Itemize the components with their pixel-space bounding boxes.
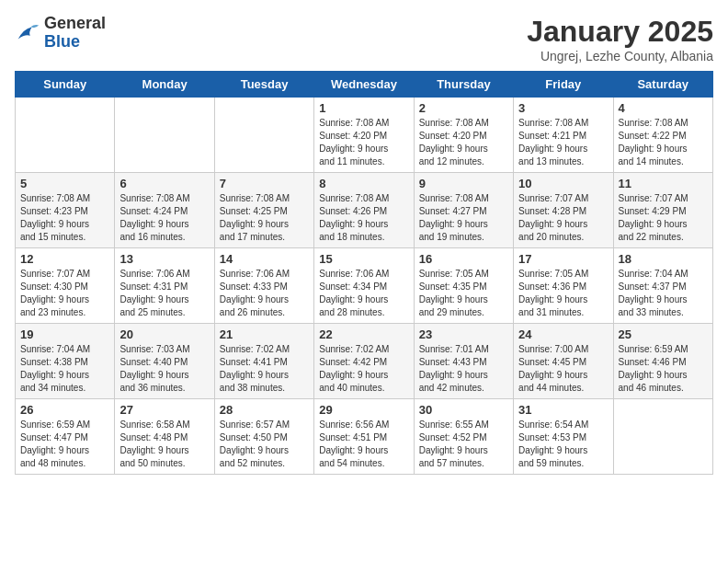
calendar-week-row: 26Sunrise: 6:59 AMSunset: 4:47 PMDayligh… — [16, 399, 713, 475]
logo: General Blue — [15, 15, 106, 52]
day-info: Sunrise: 7:06 AMSunset: 4:31 PMDaylight:… — [119, 268, 209, 319]
day-of-week-header: Friday — [514, 72, 613, 98]
day-number: 18 — [619, 252, 708, 266]
day-number: 27 — [119, 403, 209, 417]
day-of-week-header: Tuesday — [214, 72, 313, 98]
day-number: 11 — [619, 177, 708, 190]
day-of-week-header: Monday — [115, 72, 214, 98]
calendar-week-row: 12Sunrise: 7:07 AMSunset: 4:30 PMDayligh… — [16, 248, 713, 324]
day-number: 28 — [220, 403, 309, 417]
day-number: 21 — [220, 327, 309, 341]
day-number: 14 — [220, 252, 309, 266]
calendar-cell: 2Sunrise: 7:08 AMSunset: 4:20 PMDaylight… — [414, 98, 513, 173]
day-info: Sunrise: 6:57 AMSunset: 4:50 PMDaylight:… — [220, 419, 309, 470]
day-info: Sunrise: 7:02 AMSunset: 4:41 PMDaylight:… — [220, 343, 309, 395]
day-info: Sunrise: 6:58 AMSunset: 4:48 PMDaylight:… — [119, 419, 209, 470]
day-info: Sunrise: 7:03 AMSunset: 4:40 PMDaylight:… — [119, 343, 209, 395]
calendar-cell: 25Sunrise: 6:59 AMSunset: 4:46 PMDayligh… — [613, 324, 712, 399]
day-number: 20 — [119, 327, 209, 341]
day-info: Sunrise: 7:08 AMSunset: 4:25 PMDaylight:… — [220, 192, 309, 244]
day-number: 26 — [20, 403, 109, 417]
calendar-cell — [214, 98, 313, 173]
day-info: Sunrise: 7:07 AMSunset: 4:30 PMDaylight:… — [20, 268, 109, 319]
location-subtitle: Ungrej, Lezhe County, Albania — [527, 49, 713, 63]
day-number: 16 — [419, 252, 508, 266]
day-of-week-header: Wednesday — [314, 72, 414, 98]
day-number: 1 — [319, 101, 408, 115]
day-info: Sunrise: 7:08 AMSunset: 4:26 PMDaylight:… — [319, 192, 408, 244]
calendar-cell: 4Sunrise: 7:08 AMSunset: 4:22 PMDaylight… — [613, 98, 712, 173]
day-number: 7 — [220, 177, 309, 190]
calendar-cell — [16, 98, 115, 173]
day-number: 13 — [119, 252, 209, 266]
day-info: Sunrise: 7:08 AMSunset: 4:21 PMDaylight:… — [518, 117, 608, 168]
day-of-week-header: Sunday — [16, 72, 115, 98]
day-info: Sunrise: 6:56 AMSunset: 4:51 PMDaylight:… — [319, 419, 408, 470]
day-info: Sunrise: 7:08 AMSunset: 4:20 PMDaylight:… — [319, 117, 408, 168]
page-header: General Blue January 2025 Ungrej, Lezhe … — [15, 15, 713, 63]
day-number: 24 — [518, 327, 608, 341]
day-number: 31 — [518, 403, 608, 417]
calendar-cell: 17Sunrise: 7:05 AMSunset: 4:36 PMDayligh… — [514, 248, 613, 324]
calendar-cell: 8Sunrise: 7:08 AMSunset: 4:26 PMDaylight… — [314, 173, 414, 248]
calendar-cell: 6Sunrise: 7:08 AMSunset: 4:24 PMDaylight… — [115, 173, 214, 248]
day-info: Sunrise: 7:04 AMSunset: 4:37 PMDaylight:… — [619, 268, 708, 319]
calendar-cell: 7Sunrise: 7:08 AMSunset: 4:25 PMDaylight… — [214, 173, 313, 248]
calendar-week-row: 5Sunrise: 7:08 AMSunset: 4:23 PMDaylight… — [16, 173, 713, 248]
day-number: 3 — [518, 101, 608, 115]
day-info: Sunrise: 7:07 AMSunset: 4:29 PMDaylight:… — [619, 192, 708, 244]
day-number: 25 — [619, 327, 708, 341]
day-number: 9 — [419, 177, 508, 190]
calendar-cell: 22Sunrise: 7:02 AMSunset: 4:42 PMDayligh… — [314, 324, 414, 399]
calendar-cell: 24Sunrise: 7:00 AMSunset: 4:45 PMDayligh… — [514, 324, 613, 399]
day-info: Sunrise: 7:05 AMSunset: 4:35 PMDaylight:… — [419, 268, 508, 319]
day-number: 12 — [20, 252, 109, 266]
day-number: 8 — [319, 177, 408, 190]
calendar-cell — [613, 399, 712, 475]
calendar-cell: 13Sunrise: 7:06 AMSunset: 4:31 PMDayligh… — [115, 248, 214, 324]
day-of-week-header: Thursday — [414, 72, 513, 98]
calendar-cell: 26Sunrise: 6:59 AMSunset: 4:47 PMDayligh… — [16, 399, 115, 475]
calendar-cell: 16Sunrise: 7:05 AMSunset: 4:35 PMDayligh… — [414, 248, 513, 324]
logo-icon — [15, 20, 40, 46]
day-number: 22 — [319, 327, 408, 341]
day-number: 15 — [319, 252, 408, 266]
calendar-cell: 21Sunrise: 7:02 AMSunset: 4:41 PMDayligh… — [214, 324, 313, 399]
day-number: 29 — [319, 403, 408, 417]
day-number: 6 — [119, 177, 209, 190]
day-info: Sunrise: 7:08 AMSunset: 4:27 PMDaylight:… — [419, 192, 508, 244]
day-number: 5 — [20, 177, 109, 190]
calendar-cell: 3Sunrise: 7:08 AMSunset: 4:21 PMDaylight… — [514, 98, 613, 173]
calendar-cell: 14Sunrise: 7:06 AMSunset: 4:33 PMDayligh… — [214, 248, 313, 324]
day-info: Sunrise: 7:01 AMSunset: 4:43 PMDaylight:… — [419, 343, 508, 395]
day-number: 30 — [419, 403, 508, 417]
calendar-cell: 9Sunrise: 7:08 AMSunset: 4:27 PMDaylight… — [414, 173, 513, 248]
calendar-cell — [115, 98, 214, 173]
day-info: Sunrise: 7:08 AMSunset: 4:22 PMDaylight:… — [619, 117, 708, 168]
calendar-cell: 29Sunrise: 6:56 AMSunset: 4:51 PMDayligh… — [314, 399, 414, 475]
day-number: 19 — [20, 327, 109, 341]
day-info: Sunrise: 6:55 AMSunset: 4:52 PMDaylight:… — [419, 419, 508, 470]
calendar-cell: 19Sunrise: 7:04 AMSunset: 4:38 PMDayligh… — [16, 324, 115, 399]
day-info: Sunrise: 6:59 AMSunset: 4:46 PMDaylight:… — [619, 343, 708, 395]
calendar-week-row: 19Sunrise: 7:04 AMSunset: 4:38 PMDayligh… — [16, 324, 713, 399]
calendar-cell: 23Sunrise: 7:01 AMSunset: 4:43 PMDayligh… — [414, 324, 513, 399]
calendar-cell: 5Sunrise: 7:08 AMSunset: 4:23 PMDaylight… — [16, 173, 115, 248]
calendar-cell: 18Sunrise: 7:04 AMSunset: 4:37 PMDayligh… — [613, 248, 712, 324]
calendar-cell: 10Sunrise: 7:07 AMSunset: 4:28 PMDayligh… — [514, 173, 613, 248]
day-number: 2 — [419, 101, 508, 115]
day-number: 4 — [619, 101, 708, 115]
day-info: Sunrise: 7:08 AMSunset: 4:23 PMDaylight:… — [20, 192, 109, 244]
day-number: 10 — [518, 177, 608, 190]
day-info: Sunrise: 7:08 AMSunset: 4:20 PMDaylight:… — [419, 117, 508, 168]
logo-general-text: General — [44, 14, 106, 32]
calendar-cell: 11Sunrise: 7:07 AMSunset: 4:29 PMDayligh… — [613, 173, 712, 248]
calendar-cell: 1Sunrise: 7:08 AMSunset: 4:20 PMDaylight… — [314, 98, 414, 173]
day-info: Sunrise: 7:02 AMSunset: 4:42 PMDaylight:… — [319, 343, 408, 395]
calendar-cell: 30Sunrise: 6:55 AMSunset: 4:52 PMDayligh… — [414, 399, 513, 475]
calendar-cell: 28Sunrise: 6:57 AMSunset: 4:50 PMDayligh… — [214, 399, 313, 475]
calendar-cell: 15Sunrise: 7:06 AMSunset: 4:34 PMDayligh… — [314, 248, 414, 324]
day-number: 23 — [419, 327, 508, 341]
calendar-header-row: SundayMondayTuesdayWednesdayThursdayFrid… — [16, 72, 713, 98]
calendar-week-row: 1Sunrise: 7:08 AMSunset: 4:20 PMDaylight… — [16, 98, 713, 173]
